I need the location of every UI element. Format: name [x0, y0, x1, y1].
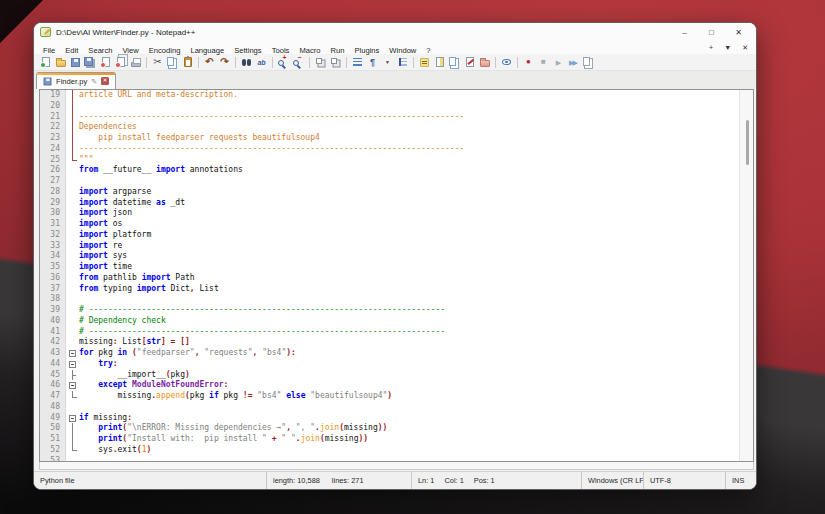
text-area[interactable]: 19article URL and meta-description.2021-…	[40, 90, 739, 461]
line-number[interactable]: 25	[40, 155, 66, 166]
maximize-button[interactable]: □	[698, 23, 725, 41]
indent-guide-button[interactable]	[395, 55, 410, 69]
line-number[interactable]: 34	[40, 251, 66, 262]
menu-encoding[interactable]: Encoding	[144, 46, 186, 55]
line-number[interactable]: 22	[40, 122, 66, 133]
line-number[interactable]: 31	[40, 219, 66, 230]
line-number[interactable]: 20	[40, 101, 66, 112]
paste-button[interactable]	[180, 55, 195, 69]
undo-button[interactable]: ↶	[202, 55, 217, 69]
line-number[interactable]: 21	[40, 112, 66, 123]
line-number[interactable]: 52	[40, 445, 66, 456]
line-number[interactable]: 23	[40, 133, 66, 144]
save-all-button[interactable]	[83, 55, 98, 69]
fold-collapse-icon[interactable]	[66, 413, 79, 424]
menu-plugins[interactable]: Plugins	[349, 46, 384, 55]
menu-search[interactable]: Search	[83, 46, 117, 55]
macro-save-button[interactable]	[581, 55, 596, 69]
word-wrap-button[interactable]	[350, 55, 365, 69]
macro-stop-button[interactable]: ■	[536, 55, 551, 69]
tab-list-dropdown[interactable]: ▼	[724, 44, 731, 51]
menu-help[interactable]: ?	[421, 46, 435, 55]
line-number[interactable]: 28	[40, 187, 66, 198]
line-number[interactable]: 50	[40, 423, 66, 434]
vertical-scrollbar[interactable]	[739, 90, 753, 461]
fold-collapse-icon[interactable]	[66, 348, 79, 359]
toolbar-separator	[146, 57, 147, 68]
document-edit-button[interactable]	[462, 55, 477, 69]
menu-settings[interactable]: Settings	[229, 46, 266, 55]
line-number[interactable]: 48	[40, 402, 66, 413]
monitoring-button[interactable]	[499, 55, 514, 69]
replace-button[interactable]: ab	[254, 55, 269, 69]
line-number[interactable]: 53	[40, 456, 66, 462]
line-number[interactable]: 27	[40, 176, 66, 187]
close-all-button[interactable]	[113, 55, 128, 69]
document-map-button[interactable]	[432, 55, 447, 69]
close-tab-button[interactable]: ✕	[742, 44, 748, 51]
line-number[interactable]: 45	[40, 370, 66, 381]
sync-horizontal-scrolling-button[interactable]	[328, 55, 343, 69]
menu-language[interactable]: Language	[185, 46, 229, 55]
line-number[interactable]: 49	[40, 413, 66, 424]
show-symbol-dropdown-button[interactable]: ▼	[380, 55, 395, 69]
zoom-out-button[interactable]	[291, 55, 306, 69]
line-number[interactable]: 42	[40, 337, 66, 348]
sync-vertical-scrolling-button[interactable]	[313, 55, 328, 69]
line-number[interactable]: 19	[40, 90, 66, 101]
line-number[interactable]: 29	[40, 198, 66, 209]
open-file-button[interactable]	[53, 55, 68, 69]
macro-run-multiple-button[interactable]: ▶▶	[566, 55, 581, 69]
line-number[interactable]: 24	[40, 144, 66, 155]
menu-tools[interactable]: Tools	[267, 46, 295, 55]
tab-close-icon[interactable]: ✕	[101, 77, 109, 85]
close-file-button[interactable]	[98, 55, 113, 69]
vertical-scrollbar-thumb[interactable]	[746, 120, 749, 165]
code-line: 23 pip install feedparser requests beaut…	[40, 133, 739, 144]
line-number[interactable]: 40	[40, 316, 66, 327]
save-file-button[interactable]	[68, 55, 83, 69]
line-number[interactable]: 46	[40, 380, 66, 391]
function-list-button[interactable]	[417, 55, 432, 69]
macro-record-button[interactable]: ●	[521, 55, 536, 69]
macro-play-icon: ▶	[556, 59, 561, 66]
minimize-button[interactable]: –	[671, 23, 698, 41]
print-button[interactable]	[128, 55, 143, 69]
line-number[interactable]: 39	[40, 305, 66, 316]
line-number[interactable]: 30	[40, 208, 66, 219]
pin-tab-icon[interactable]: ✎	[91, 78, 97, 85]
line-number[interactable]: 35	[40, 262, 66, 273]
new-tab-button[interactable]: +	[709, 44, 713, 51]
close-button[interactable]: ✕	[725, 23, 752, 41]
line-number[interactable]: 26	[40, 165, 66, 176]
fold-collapse-icon[interactable]	[66, 380, 79, 391]
menu-view[interactable]: View	[117, 46, 143, 55]
folder-as-workspace-button[interactable]	[477, 55, 492, 69]
line-number[interactable]: 36	[40, 273, 66, 284]
tab-finder-py[interactable]: Finder.py ✎ ✕	[36, 72, 116, 89]
find-button[interactable]	[239, 55, 254, 69]
line-number[interactable]: 47	[40, 391, 66, 402]
menu-run[interactable]: Run	[326, 46, 350, 55]
line-number[interactable]: 51	[40, 434, 66, 445]
macro-play-button[interactable]: ▶	[551, 55, 566, 69]
new-file-button[interactable]	[38, 55, 53, 69]
cut-button[interactable]: ✂	[150, 55, 165, 69]
line-number[interactable]: 43	[40, 348, 66, 359]
line-number[interactable]: 44	[40, 359, 66, 370]
document-list-button[interactable]	[447, 55, 462, 69]
horizontal-scrollbar[interactable]	[39, 462, 754, 470]
zoom-in-button[interactable]	[276, 55, 291, 69]
menu-file[interactable]: File	[38, 46, 60, 55]
line-number[interactable]: 41	[40, 327, 66, 338]
line-number[interactable]: 38	[40, 294, 66, 305]
menu-edit[interactable]: Edit	[60, 46, 83, 55]
redo-button[interactable]: ↷	[217, 55, 232, 69]
copy-button[interactable]	[165, 55, 180, 69]
show-all-characters-button[interactable]: ¶	[365, 55, 380, 69]
line-number[interactable]: 33	[40, 241, 66, 252]
line-number[interactable]: 37	[40, 284, 66, 295]
line-number[interactable]: 32	[40, 230, 66, 241]
menu-window[interactable]: Window	[384, 46, 421, 55]
fold-collapse-icon[interactable]	[66, 359, 79, 370]
